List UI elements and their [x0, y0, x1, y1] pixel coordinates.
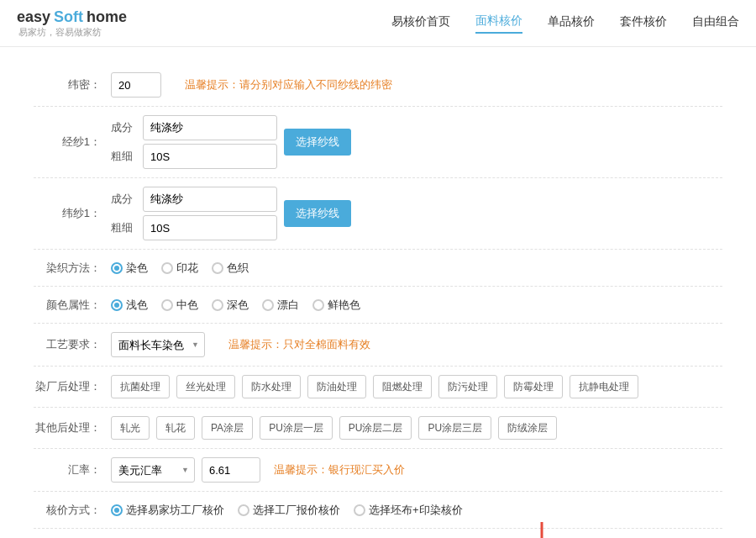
nav-fabric[interactable]: 面料核价: [475, 13, 522, 34]
weft-component-label: 成分: [111, 192, 136, 207]
dyeing-tag-防污处理[interactable]: 防污处理: [438, 375, 497, 398]
weave-color[interactable]: 色织: [212, 261, 249, 276]
logo-soft: Soft: [54, 8, 83, 27]
logo-easy: easy: [17, 8, 50, 27]
weave-label: 染织方法：: [34, 261, 101, 276]
color-row: 颜色属性： 浅色 中色 深色 漂白: [34, 287, 722, 324]
weft-thickness-label: 粗细: [111, 220, 136, 235]
nav-combo[interactable]: 自由组合: [692, 14, 739, 33]
warp-label: 经纱1：: [34, 134, 101, 150]
process-select[interactable]: 面料长车染色: [111, 332, 205, 357]
other-tag-防绒涂层[interactable]: 防绒涂层: [498, 416, 557, 440]
dyeing-tag-防水处理[interactable]: 防水处理: [242, 375, 301, 398]
nav-single[interactable]: 单品核价: [548, 14, 595, 33]
dyeing-row: 染厂后处理： 抗菌处理丝光处理防水处理防油处理阻燃处理防污处理防霉处理抗静电处理: [34, 367, 722, 408]
other-tag-轧光[interactable]: 轧光: [111, 416, 150, 440]
color-label: 颜色属性：: [34, 298, 101, 313]
pricing-yarn-dye-radio[interactable]: [354, 504, 365, 516]
process-select-wrapper: 面料长车染色: [111, 332, 205, 357]
density-content: 温馨提示：请分别对应输入不同纱线的纬密: [111, 72, 722, 98]
weave-content: 染色 印花 色织: [111, 261, 722, 276]
warp-content: 成分 粗细 选择纱线: [111, 115, 722, 169]
other-label: 其他后处理：: [34, 420, 101, 435]
exchange-content: 美元汇率 温馨提示：银行现汇买入价: [111, 457, 722, 483]
dyeing-tag-丝光处理[interactable]: 丝光处理: [176, 375, 235, 398]
weft-content: 成分 粗细 选择纱线: [111, 187, 722, 240]
warp-select-btn[interactable]: 选择纱线: [284, 129, 351, 156]
other-tag-轧花[interactable]: 轧花: [156, 416, 195, 440]
color-light-radio[interactable]: [111, 299, 123, 311]
weft-thickness-row: 粗细: [111, 215, 277, 240]
warp-yarn-group: 成分 粗细: [111, 115, 277, 169]
process-label: 工艺要求：: [34, 337, 101, 352]
arrow-icon: [525, 519, 559, 538]
dyeing-tag-抗静电处理[interactable]: 抗静电处理: [570, 375, 638, 398]
color-dark-radio[interactable]: [212, 299, 223, 311]
weft-component-input[interactable]: [143, 187, 277, 212]
pricing-row: 核价方式： 选择易家坊工厂核价 选择工厂报价核价 选择坯布+印染核价: [34, 492, 722, 529]
warp-row: 经纱1： 成分 粗细 选择纱线: [34, 107, 722, 178]
weft-label: 纬纱1：: [34, 206, 101, 221]
pricing-report[interactable]: 选择工厂报价核价: [238, 503, 340, 518]
exchange-rate-input[interactable]: [202, 457, 260, 483]
weft-row: 纬纱1： 成分 粗细 选择纱线: [34, 178, 722, 250]
density-input[interactable]: [111, 72, 161, 98]
color-bright[interactable]: 鲜艳色: [312, 298, 360, 313]
weft-component-row: 成分: [111, 187, 277, 212]
dyeing-tag-防霉处理[interactable]: 防霉处理: [504, 375, 563, 398]
weave-dyeing-radio[interactable]: [111, 262, 123, 274]
other-row: 其他后处理： 轧光轧花PA涂层PU涂层一层PU涂层二层PU涂层三层防绒涂层: [34, 408, 722, 449]
weft-select-btn[interactable]: 选择纱线: [284, 200, 351, 227]
pricing-factory-radio[interactable]: [111, 504, 123, 516]
main-content: 纬密： 温馨提示：请分别对应输入不同纱线的纬密 经纱1： 成分 粗细 选择纱线 …: [0, 47, 756, 538]
exchange-label: 汇率：: [34, 462, 101, 477]
dyeing-tag-防油处理[interactable]: 防油处理: [307, 375, 366, 398]
warp-component-input[interactable]: [143, 115, 277, 140]
color-dark[interactable]: 深色: [212, 298, 249, 313]
density-row: 纬密： 温馨提示：请分别对应输入不同纱线的纬密: [34, 64, 722, 107]
pricing-radio-group: 选择易家坊工厂核价 选择工厂报价核价 选择坯布+印染核价: [111, 503, 463, 518]
weave-dyeing[interactable]: 染色: [111, 261, 148, 276]
process-tip: 温馨提示：只对全棉面料有效: [228, 337, 370, 352]
exchange-select[interactable]: 美元汇率: [111, 457, 195, 483]
color-radio-group: 浅色 中色 深色 漂白 鲜艳色: [111, 298, 360, 313]
logo: easy Soft home 易家坊，容易做家纺: [17, 8, 127, 38]
weave-row: 染织方法： 染色 印花 色织: [34, 250, 722, 287]
other-tag-PU涂层三层[interactable]: PU涂层三层: [418, 416, 491, 440]
pricing-report-radio[interactable]: [238, 504, 249, 516]
other-tag-PU涂层一层[interactable]: PU涂层一层: [260, 416, 333, 440]
weave-color-radio[interactable]: [212, 262, 223, 274]
nav-suite[interactable]: 套件核价: [620, 14, 667, 33]
warp-component-row: 成分: [111, 115, 277, 140]
nav-home[interactable]: 易核价首页: [391, 14, 450, 33]
exchange-select-wrapper: 美元汇率: [111, 457, 195, 483]
other-tags-content: 轧光轧花PA涂层PU涂层一层PU涂层二层PU涂层三层防绒涂层: [111, 416, 722, 440]
weave-print-radio[interactable]: [161, 262, 173, 274]
color-white[interactable]: 漂白: [262, 298, 299, 313]
color-content: 浅色 中色 深色 漂白 鲜艳色: [111, 298, 722, 313]
other-tag-PA涂层[interactable]: PA涂层: [202, 416, 253, 440]
pricing-yarn-dye[interactable]: 选择坯布+印染核价: [354, 503, 463, 518]
dyeing-tag-阻燃处理[interactable]: 阻燃处理: [373, 375, 432, 398]
color-light[interactable]: 浅色: [111, 298, 148, 313]
color-white-radio[interactable]: [262, 299, 274, 311]
density-tip: 温馨提示：请分别对应输入不同纱线的纬密: [185, 77, 392, 92]
color-bright-radio[interactable]: [312, 299, 324, 311]
pricing-factory[interactable]: 选择易家坊工厂核价: [111, 503, 224, 518]
arrow-indicator: [525, 519, 559, 538]
other-tag-PU涂层二层[interactable]: PU涂层二层: [339, 416, 412, 440]
color-medium-radio[interactable]: [161, 299, 173, 311]
weft-thickness-input[interactable]: [143, 215, 277, 240]
density-label: 纬密：: [34, 77, 101, 92]
warp-thickness-row: 粗细: [111, 144, 277, 169]
exchange-row: 汇率： 美元汇率 温馨提示：银行现汇买入价: [34, 449, 722, 492]
pricing-label: 核价方式：: [34, 503, 101, 518]
dyeing-tag-抗菌处理[interactable]: 抗菌处理: [111, 375, 170, 398]
warp-thickness-input[interactable]: [143, 144, 277, 169]
weave-print[interactable]: 印花: [161, 261, 198, 276]
pricing-content: 选择易家坊工厂核价 选择工厂报价核价 选择坯布+印染核价: [111, 503, 722, 518]
weft-yarn-group: 成分 粗细: [111, 187, 277, 240]
logo-subtitle: 易家坊，容易做家纺: [18, 27, 127, 38]
color-medium[interactable]: 中色: [161, 298, 198, 313]
exchange-tip: 温馨提示：银行现汇买入价: [274, 462, 405, 477]
